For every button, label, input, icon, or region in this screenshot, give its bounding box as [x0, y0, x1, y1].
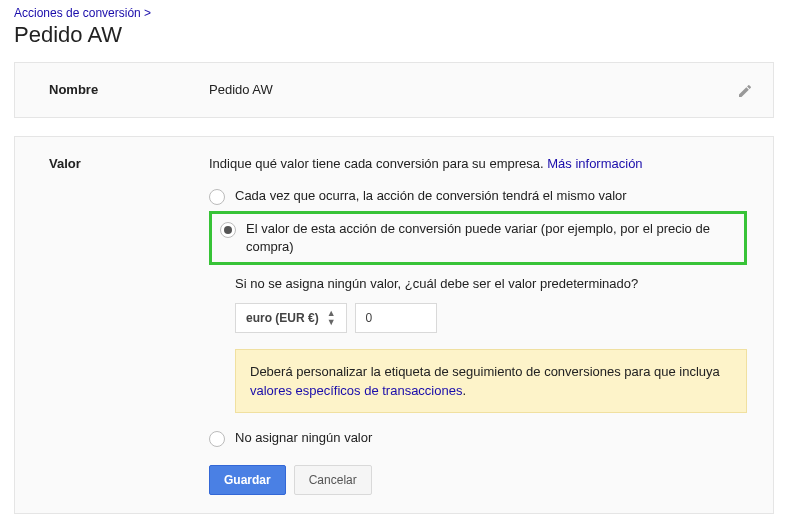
- breadcrumb-sep: >: [144, 6, 151, 20]
- name-value: Pedido AW: [209, 81, 747, 99]
- save-button[interactable]: Guardar: [209, 465, 286, 495]
- currency-select-label: euro (EUR €): [246, 305, 319, 331]
- value-intro: Indique qué valor tiene cada conversión …: [209, 155, 747, 173]
- default-amount-value: 0: [366, 305, 373, 331]
- radio-option-same-label: Cada vez que ocurra, la acción de conver…: [235, 187, 627, 205]
- cancel-button[interactable]: Cancelar: [294, 465, 372, 495]
- alert-text-pre: Deberá personalizar la etiqueta de segui…: [250, 364, 720, 379]
- value-panel: Valor Indique qué valor tiene cada conve…: [14, 136, 774, 514]
- radio-option-none-label: No asignar ningún valor: [235, 429, 372, 447]
- radio-option-vary[interactable]: El valor de esta acción de conversión pu…: [220, 220, 736, 256]
- name-panel: Nombre Pedido AW: [14, 62, 774, 118]
- name-label: Nombre: [49, 81, 209, 99]
- radio-icon[interactable]: [209, 189, 225, 205]
- breadcrumb: Acciones de conversión >: [14, 6, 774, 20]
- intro-text: Indique qué valor tiene cada conversión …: [209, 156, 544, 171]
- radio-option-same[interactable]: Cada vez que ocurra, la acción de conver…: [209, 187, 747, 205]
- radio-icon[interactable]: [220, 222, 236, 238]
- highlighted-option: El valor de esta acción de conversión pu…: [209, 211, 747, 265]
- currency-select[interactable]: euro (EUR €) ▲▼: [235, 303, 347, 333]
- radio-icon[interactable]: [209, 431, 225, 447]
- breadcrumb-link[interactable]: Acciones de conversión: [14, 6, 141, 20]
- radio-option-none[interactable]: No asignar ningún valor: [209, 429, 747, 447]
- page-title: Pedido AW: [14, 22, 774, 48]
- default-value-prompt: Si no se asigna ningún valor, ¿cuál debe…: [235, 275, 747, 293]
- default-amount-input[interactable]: 0: [355, 303, 437, 333]
- tag-customize-alert: Deberá personalizar la etiqueta de segui…: [235, 349, 747, 413]
- updown-icon: ▲▼: [327, 309, 336, 327]
- alert-text-post: .: [462, 383, 466, 398]
- value-label: Valor: [49, 155, 209, 495]
- pencil-icon[interactable]: [737, 83, 753, 99]
- transaction-values-link[interactable]: valores específicos de transacciones: [250, 383, 462, 398]
- more-info-link[interactable]: Más información: [547, 156, 642, 171]
- radio-option-vary-label: El valor de esta acción de conversión pu…: [246, 220, 736, 256]
